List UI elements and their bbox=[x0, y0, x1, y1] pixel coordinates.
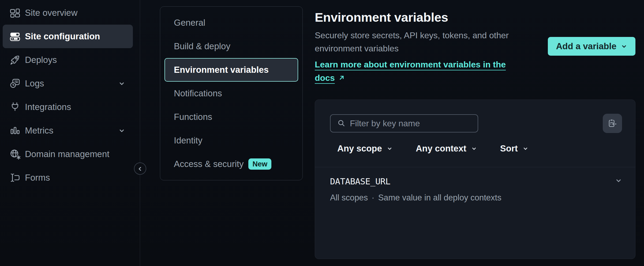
main-content: Environment variables Securely store sec… bbox=[315, 0, 635, 266]
env-vars-panel: Any scope Any context Sort DATABASE_URL bbox=[315, 100, 635, 259]
sidebar-item-label: Forms bbox=[25, 173, 50, 183]
filter-key-input[interactable] bbox=[350, 119, 472, 128]
chevron-left-icon bbox=[137, 165, 144, 172]
add-variable-label: Add a variable bbox=[556, 41, 616, 51]
chevron-down-icon[interactable] bbox=[615, 177, 622, 184]
chevron-down-icon bbox=[621, 43, 627, 50]
page-description: Securely store secrets, API keys, tokens… bbox=[315, 29, 516, 55]
sidebar-item-label: Deploys bbox=[25, 55, 57, 65]
config-nav-label: Identity bbox=[174, 135, 202, 146]
sidebar: Site overview Site configuration Deploys bbox=[0, 0, 140, 266]
sidebar-item-site-overview[interactable]: Site overview bbox=[3, 1, 133, 25]
config-nav-label: Access & security bbox=[174, 159, 244, 169]
config-nav-item-build-deploy[interactable]: Build & deploy bbox=[164, 35, 298, 58]
sidebar-item-metrics[interactable]: Metrics bbox=[3, 119, 133, 142]
chevron-down-icon bbox=[118, 127, 125, 134]
sort-label: Sort bbox=[500, 143, 518, 154]
context-filter-label: Any context bbox=[416, 143, 466, 154]
context-filter-dropdown[interactable]: Any context bbox=[416, 143, 477, 154]
arrow-up-right-icon bbox=[338, 72, 345, 85]
sidebar-item-label: Logs bbox=[25, 78, 44, 89]
logs-clock-icon bbox=[9, 77, 21, 90]
filter-search-box bbox=[330, 114, 478, 132]
page-title: Environment variables bbox=[315, 0, 635, 25]
server-icon bbox=[9, 30, 21, 43]
chevron-down-icon bbox=[471, 146, 477, 152]
sidebar-item-label: Site overview bbox=[25, 8, 77, 18]
grid-overview-icon bbox=[9, 7, 21, 19]
sidebar-item-label: Site configuration bbox=[25, 31, 100, 41]
sidebar-item-label: Domain management bbox=[25, 149, 110, 159]
plug-icon bbox=[9, 101, 21, 113]
add-variable-button[interactable]: Add a variable bbox=[548, 37, 635, 56]
sidebar-item-integrations[interactable]: Integrations bbox=[3, 95, 133, 119]
scope-filter-label: Any scope bbox=[337, 143, 382, 154]
chevron-down-icon bbox=[522, 146, 529, 152]
config-nav-label: Build & deploy bbox=[174, 41, 230, 51]
form-input-icon bbox=[9, 172, 21, 184]
clipboard-import-icon bbox=[606, 117, 618, 129]
panel-controls-row bbox=[315, 100, 635, 133]
site-configuration-nav: General Build & deploy Environment varia… bbox=[160, 6, 303, 180]
new-badge: New bbox=[248, 158, 271, 170]
docs-link[interactable]: Learn more about environment variables i… bbox=[315, 58, 518, 85]
search-icon bbox=[337, 119, 346, 128]
config-nav-label: Environment variables bbox=[174, 65, 269, 75]
sidebar-item-logs[interactable]: Logs bbox=[3, 72, 133, 95]
env-var-scopes: All scopes bbox=[330, 193, 368, 203]
sidebar-item-forms[interactable]: Forms bbox=[3, 166, 133, 189]
env-var-context: Same value in all deploy contexts bbox=[378, 193, 501, 203]
sidebar-item-label: Metrics bbox=[25, 126, 53, 136]
env-var-meta: All scopes · Same value in all deploy co… bbox=[330, 193, 621, 203]
scope-filter-dropdown[interactable]: Any scope bbox=[337, 143, 393, 154]
sidebar-collapse-button[interactable] bbox=[134, 162, 146, 175]
meta-separator: · bbox=[372, 193, 374, 203]
chevron-down-icon bbox=[387, 146, 393, 152]
sidebar-item-label: Integrations bbox=[25, 102, 71, 112]
config-nav-label: Functions bbox=[174, 112, 212, 122]
config-nav-item-general[interactable]: General bbox=[164, 11, 298, 35]
config-nav-item-access-security[interactable]: Access & security New bbox=[164, 152, 298, 176]
bar-chart-icon bbox=[9, 124, 21, 137]
sort-dropdown[interactable]: Sort bbox=[500, 143, 529, 154]
env-var-key: DATABASE_URL bbox=[330, 176, 621, 187]
chevron-down-icon bbox=[118, 80, 125, 87]
config-nav-item-environment-variables[interactable]: Environment variables bbox=[164, 58, 298, 82]
config-nav-label: Notifications bbox=[174, 88, 222, 98]
sidebar-item-domain-management[interactable]: Domain management bbox=[3, 142, 133, 166]
sidebar-item-deploys[interactable]: Deploys bbox=[3, 48, 133, 72]
rocket-icon bbox=[9, 54, 21, 66]
config-nav-item-functions[interactable]: Functions bbox=[164, 105, 298, 129]
env-var-row[interactable]: DATABASE_URL All scopes · Same value in … bbox=[315, 167, 635, 203]
import-variables-button[interactable] bbox=[603, 114, 622, 133]
sidebar-item-site-configuration[interactable]: Site configuration bbox=[3, 25, 133, 48]
config-nav-item-identity[interactable]: Identity bbox=[164, 129, 298, 152]
config-nav-item-notifications[interactable]: Notifications bbox=[164, 82, 298, 105]
filter-row: Any scope Any context Sort bbox=[315, 144, 635, 153]
globe-icon bbox=[9, 148, 21, 160]
config-nav-label: General bbox=[174, 18, 205, 28]
